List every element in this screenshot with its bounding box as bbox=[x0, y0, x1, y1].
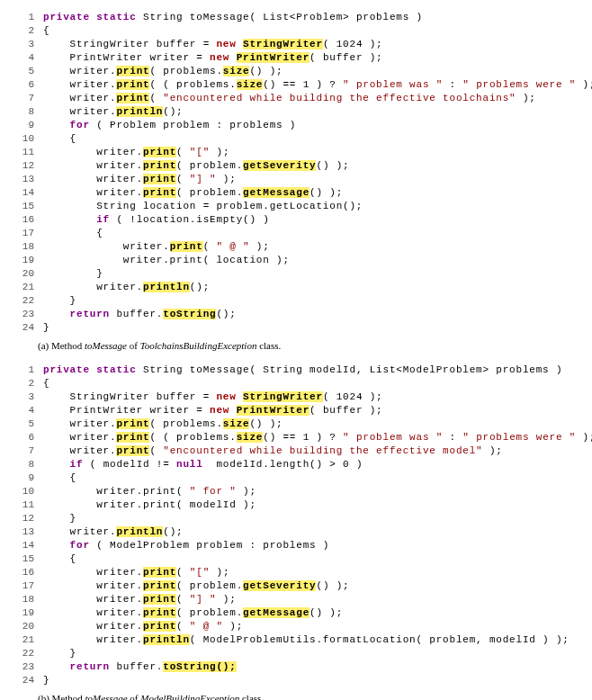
line-number: 22 bbox=[16, 294, 34, 308]
code-token: private bbox=[43, 364, 90, 375]
line-number: 24 bbox=[16, 674, 34, 687]
line-number: 10 bbox=[16, 485, 34, 498]
code-token: print bbox=[116, 432, 149, 443]
code-token: ( bbox=[176, 567, 190, 578]
code-line: 12 writer.print( problem.getSeverity() )… bbox=[16, 159, 576, 173]
line-number: 15 bbox=[16, 200, 34, 213]
code-token: writer. bbox=[43, 147, 143, 157]
code-token: ( bbox=[203, 241, 217, 252]
code-line: 15 String location = problem.getLocation… bbox=[16, 200, 576, 213]
code-token: ( bbox=[176, 147, 190, 157]
code-token bbox=[43, 661, 70, 672]
code-token: writer. bbox=[43, 187, 143, 198]
code-line: 13 writer.print( "] " ); bbox=[16, 173, 576, 186]
code-token: writer. bbox=[43, 580, 143, 591]
code-token: writer. bbox=[43, 241, 170, 252]
code-token: ( ModelProblem problem : problems ) bbox=[90, 540, 329, 551]
code-line: 16 if ( !location.isEmpty() ) bbox=[16, 213, 576, 227]
code-token: ); bbox=[483, 445, 503, 456]
code-token bbox=[43, 459, 70, 470]
code-line: 3 StringWriter buffer = new StringWriter… bbox=[16, 390, 576, 404]
line-number: 12 bbox=[16, 512, 34, 525]
code-token: print bbox=[143, 580, 176, 591]
code-token: ); bbox=[210, 567, 229, 578]
line-number: 21 bbox=[16, 633, 34, 647]
code-token: () == 1 ) ? bbox=[263, 432, 343, 443]
code-token: print bbox=[116, 79, 149, 90]
code-line: 5 writer.print( problems.size() ); bbox=[16, 65, 576, 78]
line-number: 3 bbox=[16, 390, 34, 404]
code-token: for bbox=[70, 120, 90, 130]
code-line: 10 writer.print( " for " ); bbox=[16, 485, 576, 498]
code-token: : bbox=[443, 432, 462, 443]
code-token: String location = problem.getLocation(); bbox=[43, 201, 363, 211]
code-line: 13 writer.println(); bbox=[16, 525, 576, 539]
code-token: new bbox=[210, 52, 229, 63]
code-token: (); bbox=[190, 282, 210, 292]
code-token: ); bbox=[223, 621, 243, 632]
code-token: ( buffer ); bbox=[309, 52, 382, 63]
code-token: print bbox=[143, 594, 176, 605]
line-number: 24 bbox=[16, 321, 34, 335]
code-token: ( buffer ); bbox=[309, 405, 382, 416]
code-token: (); bbox=[163, 106, 183, 117]
code-token bbox=[229, 405, 236, 416]
line-number: 23 bbox=[16, 660, 34, 674]
code-token: new bbox=[216, 391, 236, 402]
line-number: 18 bbox=[16, 240, 34, 254]
line-number: 10 bbox=[16, 132, 34, 146]
code-token: getSeverity bbox=[243, 580, 316, 591]
code-token: if bbox=[96, 214, 110, 225]
line-number: 17 bbox=[16, 579, 34, 593]
code-token: " @ " bbox=[190, 621, 223, 632]
code-token: " problems were " bbox=[462, 432, 576, 443]
code-line: 2{ bbox=[16, 377, 576, 390]
subcaption-a: (a) Method toMessage of ToolchainsBuildi… bbox=[38, 340, 576, 351]
code-token: writer.print( bbox=[43, 486, 190, 497]
code-token: static bbox=[96, 12, 136, 22]
code-token: println bbox=[143, 282, 190, 292]
code-token: " for " bbox=[190, 486, 237, 497]
code-token: { bbox=[43, 228, 103, 238]
code-token: ); bbox=[216, 594, 236, 605]
code-token: ); bbox=[576, 432, 592, 443]
code-line: 14 writer.print( problem.getMessage() ); bbox=[16, 186, 576, 200]
code-token bbox=[43, 120, 70, 130]
code-token: println bbox=[116, 526, 163, 537]
code-listing-b: 1private static String toMessage( String… bbox=[16, 363, 576, 687]
code-token: return bbox=[70, 661, 110, 672]
line-number: 21 bbox=[16, 281, 34, 294]
code-token: writer. bbox=[43, 445, 116, 456]
code-token: ( bbox=[149, 445, 163, 456]
code-line: 11 writer.print( modelId ); bbox=[16, 498, 576, 512]
line-number: 19 bbox=[16, 606, 34, 620]
code-token: print bbox=[116, 93, 149, 103]
code-token: size bbox=[223, 66, 250, 76]
code-line: 16 writer.print( "[" ); bbox=[16, 566, 576, 579]
code-token: print bbox=[143, 160, 176, 171]
code-token: print bbox=[143, 621, 176, 632]
line-number: 16 bbox=[16, 566, 34, 579]
subcap-b-em1: toMessage bbox=[85, 693, 128, 700]
code-token: } bbox=[43, 513, 76, 524]
code-token: buffer. bbox=[110, 661, 163, 672]
code-line: 4 PrintWriter writer = new PrintWriter( … bbox=[16, 404, 576, 417]
code-token: " problems were " bbox=[462, 79, 576, 90]
code-token: PrintWriter writer = bbox=[43, 405, 210, 416]
subcap-a-em1: toMessage bbox=[85, 340, 127, 351]
code-token: getMessage bbox=[243, 187, 309, 198]
line-number: 16 bbox=[16, 213, 34, 227]
code-token: ( bbox=[149, 93, 163, 103]
code-token: size bbox=[223, 418, 250, 429]
code-token: writer. bbox=[43, 66, 116, 76]
code-token: writer. bbox=[43, 106, 116, 117]
subcap-a-prefix: (a) Method bbox=[38, 340, 85, 351]
code-token: print bbox=[116, 445, 149, 456]
code-line: 18 writer.print( " @ " ); bbox=[16, 240, 576, 254]
code-token: writer. bbox=[43, 621, 143, 632]
code-token: print bbox=[143, 187, 176, 198]
code-token: writer. bbox=[43, 594, 143, 605]
line-number: 20 bbox=[16, 267, 34, 281]
code-token: ( problem. bbox=[176, 607, 243, 618]
code-token: ( problems. bbox=[149, 418, 222, 429]
